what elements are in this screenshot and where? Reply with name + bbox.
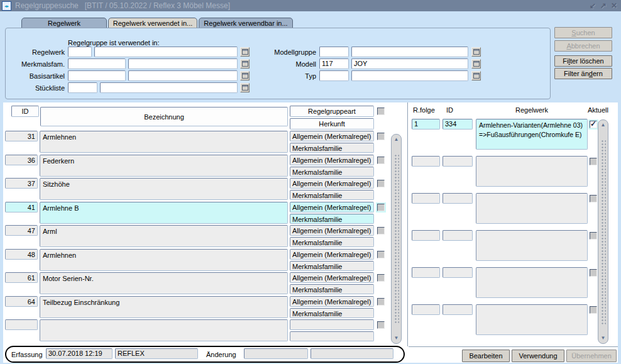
row-bezeichnung-cell[interactable] xyxy=(40,319,288,341)
suchen-button[interactable]: Suchen xyxy=(554,27,612,38)
row-id-cell[interactable]: 31 xyxy=(5,131,38,141)
detail-rfolge-field[interactable] xyxy=(412,230,440,241)
right-table-scrollbar[interactable]: ▲ ▼ xyxy=(598,119,608,344)
detail-regelwerk-field[interactable] xyxy=(476,304,588,335)
detail-regelwerk-field[interactable] xyxy=(476,267,588,298)
row-regelgruppeart-cell[interactable]: Allgemein (Merkmalregel) xyxy=(290,202,374,212)
row-id-cell[interactable] xyxy=(5,319,38,330)
minimize-button[interactable]: ↙ xyxy=(590,2,596,9)
detail-id-field[interactable]: 334 xyxy=(442,119,473,130)
row-regelgruppeart-cell[interactable]: Allgemein (Merkmalregel) xyxy=(290,225,374,236)
column-header-herkunft[interactable]: Herkunft xyxy=(290,118,374,130)
row-id-cell[interactable]: 48 xyxy=(5,249,38,260)
row-id-cell[interactable]: 37 xyxy=(5,178,38,189)
detail-rfolge-field[interactable] xyxy=(412,267,440,278)
detail-id-field[interactable] xyxy=(442,267,473,278)
row-regelgruppeart-cell[interactable]: Allgemein (Merkmalregel) xyxy=(290,272,374,283)
row-checkbox[interactable] xyxy=(377,251,385,258)
row-herkunft-cell[interactable]: Merkmalsfamilie xyxy=(290,308,374,318)
row-bezeichnung-cell[interactable]: Armlehne B xyxy=(40,202,288,224)
row-checkbox[interactable] xyxy=(377,133,385,140)
modell-code-field[interactable]: 117 xyxy=(319,58,349,69)
übernehmen-button[interactable]: Übernehmen xyxy=(566,350,617,362)
modellgruppe-code-field[interactable] xyxy=(319,47,349,57)
row-bezeichnung-cell[interactable]: Sitzhöhe xyxy=(40,178,288,200)
detail-aktuell-checkbox[interactable] xyxy=(590,121,597,128)
row-herkunft-cell[interactable]: Merkmalsfamilie xyxy=(290,214,374,224)
row-id-cell[interactable]: 47 xyxy=(5,225,38,236)
regelwerk-code-field[interactable] xyxy=(68,47,92,57)
row-id-cell[interactable]: 41 xyxy=(5,202,38,212)
detail-id-field[interactable] xyxy=(442,193,473,204)
merkmalsfam-code-field[interactable] xyxy=(68,58,126,69)
scroll-up-icon[interactable]: ▲ xyxy=(392,136,401,143)
tab-regelwerk-verwendbar-in[interactable]: Regelwerk verwendbar in... xyxy=(199,18,293,28)
basisartikel-code-field[interactable] xyxy=(68,70,126,81)
scrollbar-thumb[interactable] xyxy=(393,153,399,324)
row-regelgruppeart-cell[interactable]: Allgemein (Merkmalregel) xyxy=(290,131,374,141)
scrollbar-thumb[interactable] xyxy=(600,139,606,324)
detail-regelwerk-field[interactable] xyxy=(476,193,588,224)
aenderung-date-field[interactable] xyxy=(244,348,308,359)
modellgruppe-text-field[interactable] xyxy=(351,47,468,57)
row-checkbox[interactable] xyxy=(377,204,385,211)
row-herkunft-cell[interactable]: Merkmalsfamilie xyxy=(290,143,374,153)
restore-button[interactable]: ↗ xyxy=(600,2,607,9)
header-checkbox[interactable] xyxy=(377,108,385,115)
aenderung-user-field[interactable] xyxy=(310,348,393,359)
detail-rfolge-field[interactable] xyxy=(412,304,440,315)
row-bezeichnung-cell[interactable]: Federkern xyxy=(40,155,288,177)
detail-regelwerk-field[interactable] xyxy=(476,156,588,187)
typ-code-field[interactable] xyxy=(319,70,349,81)
row-id-cell[interactable]: 36 xyxy=(5,155,38,165)
row-herkunft-cell[interactable]: Merkmalsfamilie xyxy=(290,167,374,177)
scroll-down-icon[interactable]: ▼ xyxy=(598,334,608,342)
row-herkunft-cell[interactable]: Merkmalsfamilie xyxy=(290,237,374,247)
row-regelgruppeart-cell[interactable]: Allgemein (Merkmalregel) xyxy=(290,249,374,260)
detail-id-field[interactable] xyxy=(442,304,473,315)
detail-aktuell-checkbox[interactable] xyxy=(590,195,597,202)
detail-rfolge-field[interactable]: 1 xyxy=(412,119,440,130)
verwendung-button[interactable]: Verwendung xyxy=(512,350,564,362)
column-header-bezeichnung[interactable]: Bezeichnung xyxy=(40,107,288,126)
detail-regelwerk-field[interactable]: Armlehnen-Varianten(Armlehne 03) =>Fußau… xyxy=(476,119,588,150)
detail-id-field[interactable] xyxy=(442,156,473,167)
row-id-cell[interactable]: 64 xyxy=(5,296,38,307)
row-herkunft-cell[interactable]: Merkmalsfamilie xyxy=(290,190,374,200)
row-regelgruppeart-cell[interactable] xyxy=(290,319,374,330)
modell-text-field[interactable]: JOY xyxy=(351,58,468,69)
modellgruppe-lov-button[interactable] xyxy=(471,47,481,57)
scroll-up-icon[interactable]: ▲ xyxy=(598,121,608,129)
regelwerk-text-field[interactable] xyxy=(94,47,238,57)
column-header-id[interactable]: ID xyxy=(11,106,39,117)
typ-lov-button[interactable] xyxy=(471,71,481,80)
row-herkunft-cell[interactable]: Merkmalsfamilie xyxy=(290,261,374,271)
stückliste-lov-button[interactable] xyxy=(240,83,250,92)
detail-aktuell-checkbox[interactable] xyxy=(590,306,597,314)
column-header-regelgruppeart[interactable]: Regelgruppeart xyxy=(290,106,374,117)
erfassung-user-field[interactable]: REFLEX xyxy=(115,348,198,359)
merkmalsfam-text-field[interactable] xyxy=(128,58,238,69)
row-regelgruppeart-cell[interactable]: Allgemein (Merkmalregel) xyxy=(290,296,374,307)
row-bezeichnung-cell[interactable]: Armlehnen xyxy=(40,249,288,271)
regelwerk-lov-button[interactable] xyxy=(240,47,250,57)
detail-rfolge-field[interactable] xyxy=(412,156,440,167)
row-regelgruppeart-cell[interactable]: Allgemein (Merkmalregel) xyxy=(290,178,374,189)
detail-aktuell-checkbox[interactable] xyxy=(590,158,597,165)
detail-regelwerk-field[interactable] xyxy=(476,230,588,261)
row-checkbox[interactable] xyxy=(377,180,385,187)
row-id-cell[interactable]: 61 xyxy=(5,272,38,283)
row-bezeichnung-cell[interactable]: Motor Serien-Nr. xyxy=(40,272,288,294)
row-herkunft-cell[interactable] xyxy=(290,331,374,341)
abbrechen-button[interactable]: Abbrechen xyxy=(554,40,612,52)
merkmalsfam-lov-button[interactable] xyxy=(240,59,250,69)
basisartikel-text-field[interactable] xyxy=(128,70,238,81)
detail-aktuell-checkbox[interactable] xyxy=(590,232,597,240)
row-checkbox[interactable] xyxy=(377,298,385,306)
filter-löschen-button[interactable]: Filter löschen xyxy=(554,55,612,67)
erfassung-date-field[interactable]: 30.07.2018 12:19 xyxy=(46,348,113,359)
row-regelgruppeart-cell[interactable]: Allgemein (Merkmalregel) xyxy=(290,155,374,165)
row-bezeichnung-cell[interactable]: Arml xyxy=(40,225,288,247)
typ-text-field[interactable] xyxy=(351,70,468,81)
close-button[interactable]: ✕ xyxy=(611,2,617,9)
